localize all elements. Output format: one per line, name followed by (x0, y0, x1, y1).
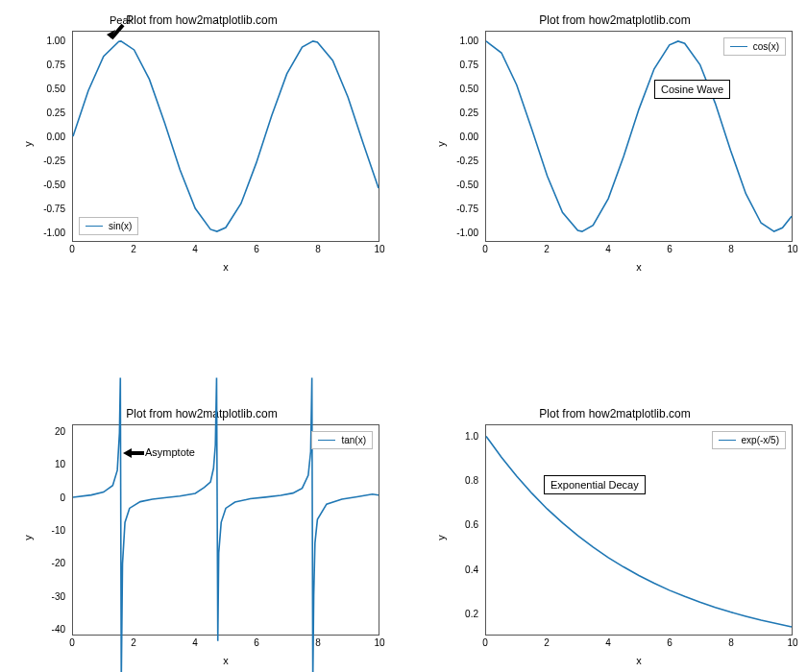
arrow-icon (123, 446, 146, 464)
plot-sin: sin(x) Peak (72, 31, 379, 242)
xlabel-tan: x (72, 655, 379, 666)
xticks-tan: 0246810 (72, 637, 379, 651)
plot-tan: tan(x) Asymptote (72, 424, 379, 636)
legend-swatch-icon (719, 440, 736, 441)
curve-cos (486, 41, 792, 231)
xticks-cos: 0246810 (485, 244, 793, 257)
chart-grid: Plot from how2matplotlib.com y x -1.00-0… (0, 0, 807, 672)
title-tan: Plot from how2matplotlib.com (19, 407, 384, 420)
yticks-cos: -1.00-0.75-0.50-0.250.000.250.500.751.00 (432, 31, 480, 242)
arrow-icon (108, 25, 131, 52)
textbox-exp: Exponential Decay (544, 475, 646, 494)
yticks-tan: -40-30-20-1001020 (19, 424, 67, 636)
annotation-asymptote: Asymptote (145, 446, 195, 458)
xlabel-exp: x (485, 655, 793, 666)
curve-sin (73, 41, 379, 231)
legend-label: exp(-x/5) (742, 435, 779, 445)
title-exp: Plot from how2matplotlib.com (432, 407, 797, 420)
curve-exp (486, 436, 792, 626)
svg-marker-3 (123, 448, 132, 458)
title-sin: Plot from how2matplotlib.com (19, 13, 384, 27)
yticks-exp: 0.20.40.60.81.0 (432, 424, 480, 636)
legend-cos: cos(x) (723, 37, 786, 56)
legend-swatch-icon (730, 46, 747, 47)
plot-cos: cos(x) Cosine Wave (485, 31, 793, 242)
panel-exp: Plot from how2matplotlib.com y x 0.20.40… (432, 403, 797, 672)
xticks-exp: 0246810 (485, 637, 793, 651)
panel-cos: Plot from how2matplotlib.com y x -1.00-0… (432, 10, 797, 278)
legend-label: sin(x) (109, 221, 132, 231)
xlabel-cos: x (485, 261, 793, 273)
xticks-sin: 0246810 (72, 244, 379, 257)
textbox-cosine: Cosine Wave (654, 80, 730, 99)
legend-label: tan(x) (341, 435, 366, 445)
legend-exp: exp(-x/5) (712, 431, 786, 449)
plot-exp: exp(-x/5) Exponential Decay (485, 424, 793, 636)
legend-label: cos(x) (753, 41, 779, 52)
panel-sin: Plot from how2matplotlib.com y x -1.00-0… (19, 10, 384, 278)
xlabel-sin: x (72, 261, 379, 273)
legend-swatch-icon (86, 226, 103, 227)
legend-sin: sin(x) (79, 217, 138, 235)
title-cos: Plot from how2matplotlib.com (432, 13, 797, 27)
panel-tan: Plot from how2matplotlib.com y x -40-30-… (19, 403, 384, 672)
yticks-sin: -1.00-0.75-0.50-0.250.000.250.500.751.00 (19, 31, 67, 242)
legend-tan: tan(x) (311, 431, 373, 449)
legend-swatch-icon (318, 440, 335, 441)
curve-tan (73, 377, 379, 672)
